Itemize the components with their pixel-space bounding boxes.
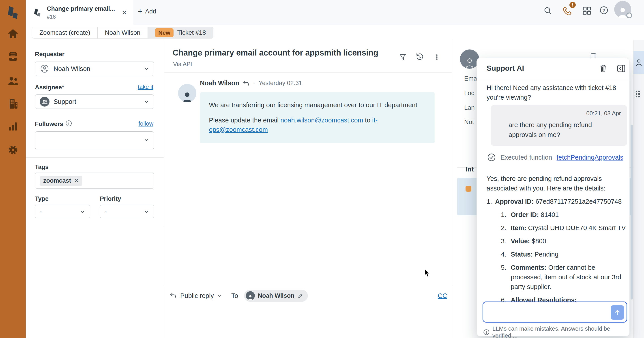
search-icon[interactable]	[543, 6, 553, 16]
avatar-status-dot	[626, 12, 632, 18]
chevron-down-icon[interactable]	[217, 293, 222, 298]
user-chat-bubble: 00:21, 03 Apr are there any pending refu…	[490, 105, 627, 146]
nav-admin-icon[interactable]	[7, 144, 19, 156]
requester-value: Noah Wilson	[54, 65, 90, 72]
reply-mode-selector[interactable]: Public reply	[180, 292, 214, 300]
reply-arrow-icon	[243, 80, 250, 86]
send-button[interactable]	[611, 305, 624, 320]
chat-timestamp: 00:21, 03 Apr	[497, 110, 621, 117]
top-bar: Change primary email... #18 ✕ + Add ! ?	[26, 0, 644, 25]
ai-greeting: Hi there! Need any assistance with ticke…	[486, 83, 621, 102]
ai-answer-intro: Yes, there are pending refund approvals …	[486, 174, 628, 193]
breadcrumb-ticket[interactable]: New Ticket #18	[148, 27, 213, 38]
user-info-app-tab[interactable]	[634, 51, 644, 74]
check-circle-icon	[487, 153, 496, 162]
priority-label: Priority	[100, 196, 121, 202]
message-time: Yesterday 02:31	[259, 80, 302, 87]
interactions-heading: Int	[466, 166, 474, 173]
ticket-tab[interactable]: Change primary email... #18 ✕	[26, 0, 133, 25]
phone-notification-badge: !	[570, 2, 576, 8]
requester-label: Requester	[35, 51, 64, 58]
requester-select[interactable]: Noah Wilson	[35, 62, 154, 76]
priority-select[interactable]: -	[100, 205, 154, 218]
ai-answer: Yes, there are pending refund approvals …	[486, 174, 628, 305]
reply-arrow-icon	[170, 292, 177, 299]
location-field-label: Loc	[464, 90, 474, 97]
recipient-pill[interactable]: Noah Wilson	[244, 290, 308, 302]
ai-message-input[interactable]	[482, 302, 627, 322]
follow-link[interactable]: follow	[138, 120, 154, 127]
edit-pencil-icon[interactable]	[298, 293, 304, 298]
message-author[interactable]: Noah Wilson	[200, 80, 239, 87]
apps-grid-icon[interactable]	[582, 6, 592, 16]
tag-remove-icon[interactable]: ✕	[74, 178, 79, 184]
divider	[26, 157, 164, 158]
add-tab-button[interactable]: + Add	[138, 7, 156, 16]
help-glyph: ?	[602, 8, 605, 13]
nav-organizations-icon[interactable]	[7, 98, 19, 109]
tag-pill[interactable]: zoomcast ✕	[40, 176, 82, 186]
message-meta: Noah Wilson · Yesterday 02:31	[200, 80, 302, 87]
right-app-rail	[633, 40, 644, 338]
mouse-cursor	[424, 268, 432, 278]
to-label: To	[231, 292, 238, 300]
divider	[164, 285, 452, 285]
breadcrumb-org[interactable]: Zoomcast (create)	[32, 27, 98, 38]
alert-circle-icon	[483, 329, 490, 336]
message-line-1: We are transferring our licensing manage…	[209, 100, 426, 110]
nav-customers-icon[interactable]	[7, 75, 19, 86]
support-ai-title: Support AI	[486, 64, 524, 72]
conversation-pane: Change primary email account for appsmit…	[164, 40, 452, 338]
kebab-menu-icon[interactable]	[432, 52, 441, 62]
info-icon[interactable]	[65, 120, 72, 127]
detail-item: 3. Value: $800	[501, 236, 628, 246]
assignee-value: Support	[54, 98, 76, 106]
collapse-panel-icon[interactable]	[616, 64, 626, 73]
nav-reporting-icon[interactable]	[7, 121, 19, 132]
breadcrumb-ticket-label: Ticket #18	[177, 29, 206, 36]
cc-link[interactable]: CC	[438, 292, 447, 300]
divider	[164, 72, 452, 72]
detail-item: 1. Order ID: 81401	[501, 210, 628, 220]
tab-title: Change primary email...	[47, 5, 115, 12]
history-icon[interactable]	[416, 52, 424, 62]
breadcrumb-person[interactable]: Noah Wilson	[98, 27, 148, 38]
nav-home-icon[interactable]	[7, 28, 19, 40]
email-link[interactable]: noah.wilson@zoomcast.com	[280, 116, 363, 124]
nav-views-icon[interactable]	[7, 51, 19, 62]
panel-scrollbar[interactable]	[630, 125, 633, 300]
chevron-down-icon	[144, 99, 149, 104]
plus-icon: +	[138, 7, 142, 16]
tags-input[interactable]: zoomcast ✕	[35, 172, 154, 189]
support-ai-panel: Support AI Hi there! Need any assistance…	[476, 58, 630, 336]
detail-item: 4. Status: Pending	[501, 250, 628, 259]
left-nav-rail	[0, 0, 26, 338]
function-call-text: Executed function	[500, 154, 552, 161]
approval-details: 1. Order ID: 81401 2. Item: Crystal UHD …	[501, 210, 628, 305]
resize-handle[interactable]	[636, 91, 641, 97]
chevron-down-icon	[144, 208, 149, 214]
language-field-label: Lan	[464, 104, 475, 111]
trash-icon[interactable]	[598, 64, 608, 73]
app-logo[interactable]	[0, 0, 26, 25]
user-chat-text: are there any pending refund approvals o…	[497, 120, 621, 140]
group-icon	[40, 97, 50, 106]
take-it-link[interactable]: take it	[138, 84, 154, 90]
tab-close-icon[interactable]: ✕	[122, 9, 127, 16]
breadcrumb-row: Zoomcast (create) Noah Wilson New Ticket…	[26, 25, 644, 40]
type-label: Type	[35, 196, 48, 202]
type-select[interactable]: -	[35, 205, 90, 218]
notes-field-label: Not	[464, 118, 474, 126]
followers-select[interactable]	[35, 132, 154, 149]
user-avatar[interactable]	[614, 1, 631, 18]
help-icon[interactable]: ?	[599, 5, 609, 15]
function-link[interactable]: fetchPendingApprovals	[557, 154, 624, 161]
phone-icon[interactable]	[562, 6, 572, 16]
recipient-name: Noah Wilson	[258, 292, 294, 299]
status-badge: New	[155, 28, 174, 38]
filter-icon[interactable]	[398, 52, 407, 62]
message-avatar	[178, 84, 196, 102]
approval-item: 1. Approval ID: 67ed871177251a2e47750748	[486, 197, 628, 206]
assignee-select[interactable]: Support	[35, 94, 154, 109]
tab-titles: Change primary email... #18	[47, 5, 122, 20]
